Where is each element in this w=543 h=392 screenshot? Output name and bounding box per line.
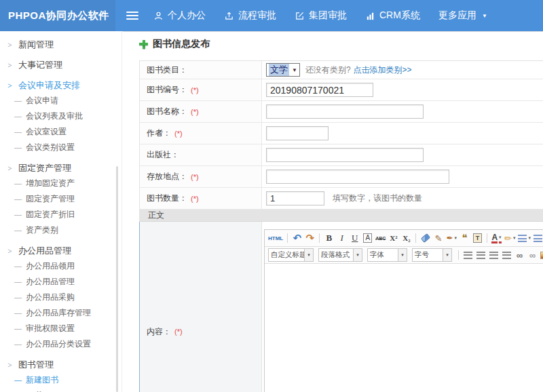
sidebar-item-15[interactable]: —办公用品采购 (0, 290, 121, 305)
redo-icon[interactable]: ↷ (305, 232, 315, 244)
unlink-icon[interactable]: ∞ (527, 249, 538, 261)
remove-format-icon[interactable]: ✎ (433, 232, 443, 244)
undo-icon[interactable]: ↶ (292, 232, 302, 244)
dash-icon: — (14, 176, 22, 191)
nav-group-approval[interactable]: 集团审批 (295, 9, 347, 22)
sidebar-group-0[interactable]: ＞新闻管理 (0, 37, 121, 52)
category-select-value: 文学 (269, 64, 289, 76)
nav-crm-system[interactable]: CRM系统 (365, 9, 420, 22)
sidebar-item-label: 办公用品管理 (26, 274, 75, 290)
highlight-color-button[interactable]: ✏▾ (504, 232, 515, 244)
location-input[interactable] (266, 170, 449, 184)
dash-icon: — (14, 93, 22, 109)
caret-down-icon: ▾ (443, 249, 451, 261)
sidebar-item-label: 固定资产管理 (26, 191, 75, 207)
nav-label: 集团审批 (309, 9, 347, 22)
sidebar-item-label: 固定资产折旧 (26, 207, 75, 222)
dash-icon: — (14, 274, 22, 290)
nav-workflow-approval[interactable]: 流程审批 (224, 9, 276, 22)
sidebar-item-label: 办公用品领用 (26, 258, 75, 274)
sidebar-group-1[interactable]: ＞大事记管理 (0, 57, 121, 73)
ordered-list-button[interactable]: ▾ (518, 232, 531, 244)
sidebar-item-9[interactable]: —固定资产管理 (0, 191, 121, 207)
chevron-right-icon: ＞ (6, 241, 14, 259)
quantity-input[interactable] (266, 191, 324, 205)
sidebar-item-16[interactable]: —办公用品库存管理 (0, 305, 121, 321)
superscript-button[interactable]: X² (388, 232, 398, 244)
sidebar-item-18[interactable]: —办公用品分类设置 (0, 336, 121, 352)
align-left-icon[interactable] (463, 249, 473, 261)
font-color-button[interactable]: A▾ (491, 232, 502, 244)
link-icon[interactable]: ∞ (514, 249, 525, 261)
sidebar-scrollbar[interactable] (116, 166, 118, 392)
dash-icon: — (14, 207, 22, 222)
sidebar-group-7[interactable]: ＞固定资产管理 (0, 160, 121, 176)
publisher-input[interactable] (266, 148, 424, 162)
author-input[interactable] (266, 126, 329, 140)
sidebar-item-label: 会议室设置 (26, 124, 67, 140)
category-select[interactable]: 文学▼ (266, 63, 300, 77)
sidebar-item-11[interactable]: —资产类别 (0, 222, 121, 238)
italic-button[interactable]: I (337, 232, 347, 244)
sidebar-item-14[interactable]: —办公用品管理 (0, 274, 121, 290)
sidebar-item-21[interactable]: —图书管理 (0, 388, 121, 392)
format-painter-icon[interactable]: ✒▾ (446, 232, 457, 244)
sidebar-item-17[interactable]: —审批权限设置 (0, 321, 121, 336)
sidebar-item-label: 新建图书 (26, 372, 58, 388)
code-input[interactable] (266, 83, 373, 97)
sidebar: ＞新闻管理＞大事记管理＞会议申请及安排—会议申请—会议列表及审批—会议室设置—会… (0, 31, 122, 392)
sidebar-item-13[interactable]: —办公用品领用 (0, 258, 121, 274)
rich-text-editor: HTML↶↷BIUAABCX²X₂✎✒▾❝TA▾✏▾▾▾ 自定义标题▾段落格式▾… (264, 229, 543, 392)
nav-personal-office[interactable]: 个人办公 (153, 9, 206, 22)
nav-label: 流程审批 (238, 9, 276, 22)
align-center-icon[interactable] (476, 249, 486, 261)
sidebar-item-label: 图书管理 (18, 357, 54, 372)
menu-toggle-icon[interactable] (126, 12, 138, 20)
label-text: 存放地点： (147, 171, 187, 182)
eraser-icon[interactable] (420, 232, 430, 244)
bold-button[interactable]: B (324, 232, 334, 244)
underline-button[interactable]: U (350, 232, 360, 244)
sidebar-item-6[interactable]: —会议类别设置 (0, 140, 121, 155)
unordered-list-button[interactable]: ▾ (533, 232, 543, 244)
html-source-button[interactable]: HTML (268, 232, 283, 244)
subscript-button[interactable]: X₂ (401, 232, 411, 244)
sidebar-item-4[interactable]: —会议列表及审批 (0, 109, 121, 124)
body-section-header: 正文 (140, 210, 543, 222)
font-size-combo[interactable]: 字号▾ (412, 248, 452, 262)
add-category-link[interactable]: 点击添加类别>> (354, 64, 412, 76)
name-input[interactable] (266, 104, 424, 119)
combo-label: 字体 (368, 250, 398, 260)
sidebar-item-3[interactable]: —会议申请 (0, 93, 121, 109)
sidebar-item-5[interactable]: —会议室设置 (0, 124, 121, 140)
form-row-publisher: 出版社： (140, 144, 543, 166)
sidebar-group-2[interactable]: ＞会议申请及安排 (0, 77, 121, 93)
sidebar-group-19[interactable]: ＞图书管理 (0, 357, 121, 372)
caret-down-icon: ▾ (304, 249, 313, 261)
justify-icon[interactable] (502, 249, 512, 261)
custom-heading-combo[interactable]: 自定义标题▾ (268, 248, 314, 262)
blockquote-icon[interactable]: ❝ (460, 232, 470, 244)
paragraph-format-combo[interactable]: 段落格式▾ (318, 248, 362, 262)
font-family-combo[interactable]: 字体▾ (367, 248, 407, 262)
sidebar-item-label: 会议申请 (26, 93, 58, 109)
sidebar-item-8[interactable]: —增加固定资产 (0, 176, 121, 191)
char-border-button[interactable]: A (362, 232, 373, 244)
nav-more-apps[interactable]: 更多应用▼ (438, 9, 487, 22)
sidebar-group-12[interactable]: ＞办公用品管理 (0, 243, 121, 258)
paste-as-text-icon[interactable]: T (472, 232, 483, 244)
app-window: PHPOA协同办公软件 个人办公流程审批集团审批CRM系统更多应用▼ ＞新闻管理… (0, 0, 543, 392)
editor-content[interactable] (265, 264, 543, 392)
sidebar-item-20[interactable]: —新建图书 (0, 372, 121, 388)
caret-down-icon: ▼ (482, 13, 487, 19)
strikethrough-button[interactable]: ABC (375, 232, 386, 244)
align-right-icon[interactable] (489, 249, 499, 261)
toolbar-separator (287, 233, 288, 243)
sidebar-item-10[interactable]: —固定资产折旧 (0, 207, 121, 222)
field-location (262, 166, 543, 187)
insert-image-icon[interactable] (540, 249, 543, 261)
combo-label: 字号 (413, 250, 443, 260)
field-label-location: 存放地点：(*) (140, 166, 262, 187)
dash-icon: — (14, 222, 22, 238)
form-row-author: 作者：(*) (140, 123, 543, 144)
